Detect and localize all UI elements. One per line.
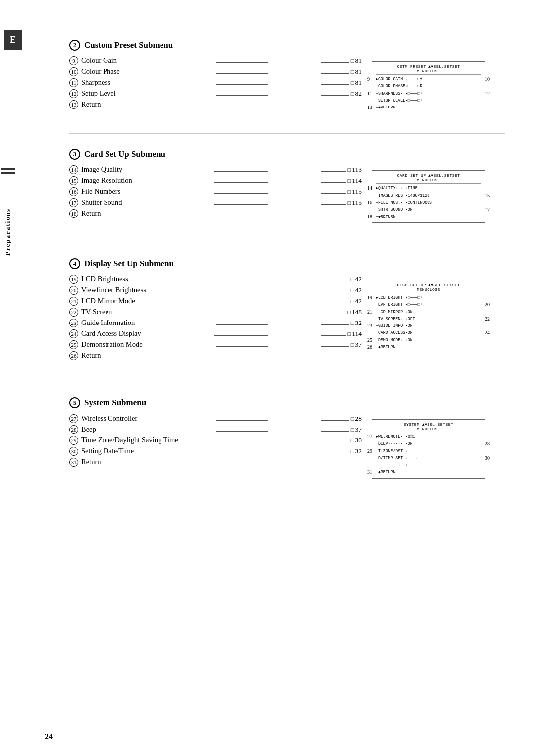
- section-title-display-set-up: 4 Display Set Up Submenu: [69, 258, 505, 269]
- section-card-set-up: 3 Card Set Up Submenu 14 Image Quality □…: [69, 149, 505, 222]
- screen-box-display-set-up: DISP.SET UP ▲▼SEL.SETSETMENUCLOSE 19 ▶LC…: [372, 280, 485, 353]
- section-display-set-up: 4 Display Set Up Submenu 19 LCD Brightne…: [69, 258, 505, 362]
- list-item: 20 Viewfinder Brightness □42: [69, 286, 362, 295]
- section-number-2: 2: [69, 40, 80, 51]
- page-container: E Preparations 2 Custom Preset Submenu 9…: [0, 0, 535, 756]
- sidebar-tab: E Preparations: [0, 0, 26, 756]
- screen-system: SYSTEM ▲▼SEL.SETSETMENUCLOSE 27 ▶WL.REMO…: [372, 419, 505, 479]
- display-set-up-layout: 19 LCD Brightness □42 20 Viewfinder Brig…: [69, 275, 505, 362]
- list-item: 14 Image Quality □113: [69, 165, 362, 174]
- card-set-up-layout: 14 Image Quality □113 15 Image Resolutio…: [69, 165, 505, 222]
- divider-2: [69, 243, 505, 243]
- list-item: 18 Return: [69, 209, 362, 218]
- list-item: 30 Setting Date/Time □32: [69, 447, 362, 456]
- page-number: 24: [45, 732, 53, 741]
- list-item: 17 Shutter Sound □115: [69, 198, 362, 207]
- list-item: 16 File Numbers □115: [69, 187, 362, 196]
- section-heading-system: System Submenu: [84, 398, 146, 408]
- screen-custom-preset: CSTM PRESET ▲▼SEL.SETSETMENUCLOSE 9 ▶COL…: [372, 61, 505, 113]
- preparations-label: Preparations: [4, 208, 12, 256]
- list-item: 10 Colour Phase □81: [69, 67, 362, 76]
- screen-card-set-up: CARD SET UP ▲▼SEL.SETSETMENUCLOSE 14 ▶QU…: [372, 170, 505, 222]
- list-item: 25 Demonstration Mode □37: [69, 340, 362, 349]
- screen-display-set-up: DISP.SET UP ▲▼SEL.SETSETMENUCLOSE 19 ▶LC…: [372, 280, 505, 353]
- list-item: 24 Card Access Display □114: [69, 329, 362, 338]
- display-set-up-screen: DISP.SET UP ▲▼SEL.SETSETMENUCLOSE 19 ▶LC…: [372, 275, 505, 362]
- list-item: 23 Guide Information □32: [69, 319, 362, 327]
- section-heading-display-set-up: Display Set Up Submenu: [84, 259, 174, 269]
- custom-preset-screen: CSTM PRESET ▲▼SEL.SETSETMENUCLOSE 9 ▶COL…: [372, 56, 505, 113]
- divider-3: [69, 382, 505, 382]
- screen-box-system: SYSTEM ▲▼SEL.SETSETMENUCLOSE 27 ▶WL.REMO…: [372, 419, 485, 479]
- list-item: 26 Return: [69, 351, 362, 360]
- e-tab-label: E: [4, 30, 22, 50]
- list-item: 28 Beep □37: [69, 425, 362, 434]
- section-title-card-set-up: 3 Card Set Up Submenu: [69, 149, 505, 160]
- list-item: 21 LCD Mirror Mode □42: [69, 297, 362, 306]
- list-item: 15 Image Resolution □114: [69, 176, 362, 185]
- list-item: 12 Setup Level □82: [69, 89, 362, 98]
- list-item: 13 Return: [69, 100, 362, 109]
- section-system: 5 System Submenu 27 Wireless Controller …: [69, 397, 505, 479]
- list-item: 11 Sharpness □81: [69, 78, 362, 87]
- section-title-system: 5 System Submenu: [69, 397, 505, 408]
- card-set-up-items: 14 Image Quality □113 15 Image Resolutio…: [69, 165, 362, 222]
- screen-box-card-set-up: CARD SET UP ▲▼SEL.SETSETMENUCLOSE 14 ▶QU…: [372, 170, 485, 222]
- list-item: 31 Return: [69, 458, 362, 467]
- section-heading-card-set-up: Card Set Up Submenu: [84, 149, 165, 159]
- divider-1: [69, 133, 505, 134]
- list-item: 29 Time Zone/Daylight Saving Time □30: [69, 436, 362, 445]
- system-layout: 27 Wireless Controller □28 28 Beep □37 2…: [69, 414, 505, 479]
- section-number-5: 5: [69, 397, 80, 408]
- section-custom-preset: 2 Custom Preset Submenu 9 Colour Gain □8…: [69, 40, 505, 113]
- section-number-4: 4: [69, 258, 80, 269]
- list-item: 27 Wireless Controller □28: [69, 414, 362, 423]
- custom-preset-layout: 9 Colour Gain □81 10 Colour Phase □81: [69, 56, 505, 113]
- main-content: 2 Custom Preset Submenu 9 Colour Gain □8…: [69, 30, 505, 479]
- custom-preset-items: 9 Colour Gain □81 10 Colour Phase □81: [69, 56, 362, 113]
- system-items: 27 Wireless Controller □28 28 Beep □37 2…: [69, 414, 362, 479]
- list-item: 19 LCD Brightness □42: [69, 275, 362, 284]
- card-set-up-screen: CARD SET UP ▲▼SEL.SETSETMENUCLOSE 14 ▶QU…: [372, 165, 505, 222]
- list-item: 9 Colour Gain □81: [69, 56, 362, 65]
- list-item: 22 TV Screen □148: [69, 308, 362, 317]
- display-set-up-items: 19 LCD Brightness □42 20 Viewfinder Brig…: [69, 275, 362, 362]
- section-title-custom-preset: 2 Custom Preset Submenu: [69, 40, 505, 51]
- system-screen: SYSTEM ▲▼SEL.SETSETMENUCLOSE 27 ▶WL.REMO…: [372, 414, 505, 479]
- screen-box-custom-preset: CSTM PRESET ▲▼SEL.SETSETMENUCLOSE 9 ▶COL…: [372, 61, 485, 113]
- section-heading-custom-preset: Custom Preset Submenu: [84, 40, 173, 50]
- section-number-3: 3: [69, 149, 80, 160]
